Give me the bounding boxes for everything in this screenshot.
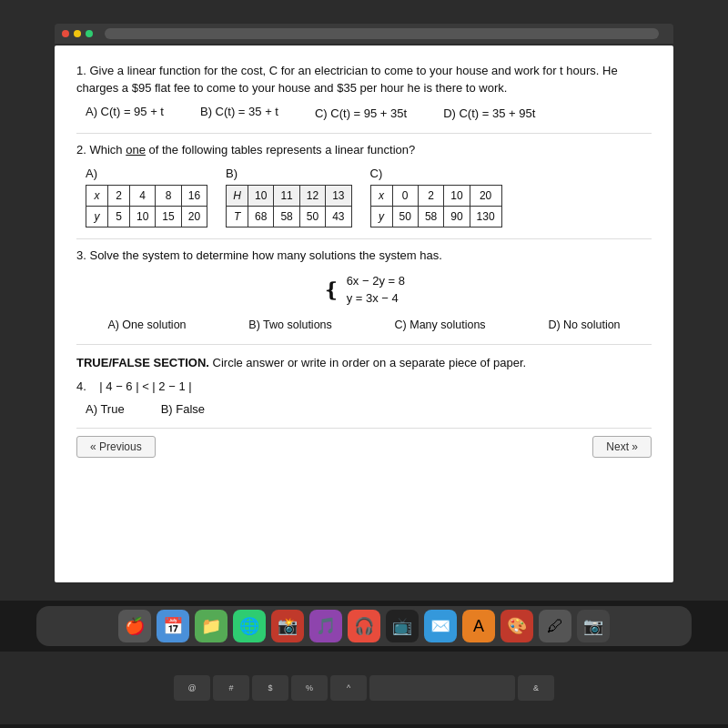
dock-photos[interactable]: 📸 <box>271 610 304 642</box>
q3-option-c[interactable]: C) Many solutions <box>395 317 486 334</box>
keyboard: @ # $ % ^ & <box>0 652 728 724</box>
paper-content: 1. Give a linear function for the cost, … <box>55 46 673 582</box>
dock-art[interactable]: 🎨 <box>500 610 533 642</box>
dock-calendar[interactable]: 📅 <box>157 610 189 642</box>
q4-expression: | 4 − 6 | < | 2 − 1 | <box>99 379 191 393</box>
tf-instruction: Circle answer or write in order on a sep… <box>213 356 527 369</box>
dock-tv[interactable]: 📺 <box>386 610 419 642</box>
tf-title: TRUE/FALSE SECTION. <box>76 356 209 369</box>
nav-bar: « Previous Next » <box>76 428 652 458</box>
key-space[interactable] <box>369 675 515 701</box>
dock-camera[interactable]: 📷 <box>577 610 610 642</box>
url-bar <box>105 28 659 39</box>
key-percent[interactable]: % <box>291 675 328 701</box>
q3-equations: ❴ 6x − 2y = 8 y = 3x − 4 <box>76 272 652 308</box>
q1-option-c[interactable]: C) C(t) = 95 + 35t <box>315 105 407 123</box>
q2-underline: one <box>126 143 146 157</box>
equation-1: 6x − 2y = 8 <box>347 272 405 290</box>
q1-option-d[interactable]: D) C(t) = 35 + 95t <box>443 105 535 123</box>
q3-option-a[interactable]: A) One solution <box>107 317 186 334</box>
table-c-label: C) <box>370 165 502 183</box>
q4-options: A) True B) False <box>86 400 652 419</box>
dock-podcast[interactable]: 🎧 <box>348 610 380 642</box>
dock-browser[interactable]: 🌐 <box>233 610 266 642</box>
q4-option-a[interactable]: A) True <box>86 400 125 419</box>
key-caret[interactable]: ^ <box>330 675 367 701</box>
key-amp[interactable]: & <box>518 675 554 701</box>
minimize-icon[interactable] <box>74 30 81 37</box>
q1-option-a[interactable]: A) C(t) = 95 + t <box>86 103 164 123</box>
question-3: 3. Solve the system to determine how man… <box>76 247 652 333</box>
table-c-container: C) x021020 y505890130 <box>370 165 502 228</box>
divider-1 <box>76 133 652 134</box>
table-a: x24816 y5101520 <box>86 185 207 228</box>
true-false-section: TRUE/FALSE SECTION. Circle answer or wri… <box>76 354 652 419</box>
question-1: 1. Give a linear function for the cost, … <box>76 62 652 123</box>
q3-option-b[interactable]: B) Two solutions <box>248 317 331 334</box>
table-b: H10111213 T68585043 <box>226 185 351 228</box>
q1-options: A) C(t) = 95 + t B) C(t) = 35 + t C) C(t… <box>86 103 652 123</box>
divider-2 <box>76 238 652 239</box>
table-a-container: A) x24816 y5101520 <box>86 165 207 228</box>
dock-a[interactable]: A <box>462 610 495 642</box>
dock-mail[interactable]: ✉️ <box>424 610 457 642</box>
q4-content: 4. | 4 − 6 | < | 2 − 1 | <box>76 378 652 396</box>
dock-files[interactable]: 📁 <box>195 610 228 642</box>
maximize-icon[interactable] <box>86 30 93 37</box>
q4-option-b[interactable]: B) False <box>161 400 205 419</box>
question-2: 2. Which one of the following tables rep… <box>76 141 652 228</box>
divider-3 <box>76 344 652 345</box>
equation-2: y = 3x − 4 <box>347 289 405 308</box>
screen-area: 1. Give a linear function for the cost, … <box>0 0 728 601</box>
q1-text: 1. Give a linear function for the cost, … <box>76 62 652 97</box>
key-dollar[interactable]: $ <box>252 675 288 701</box>
dock-pen[interactable]: 🖊 <box>539 610 571 642</box>
tables-row: A) x24816 y5101520 B) <box>86 165 652 228</box>
q1-option-b[interactable]: B) C(t) = 35 + t <box>200 103 278 123</box>
next-button[interactable]: Next » <box>592 436 652 458</box>
prev-button[interactable]: « Previous <box>76 436 156 458</box>
dock-finder[interactable]: 🍎 <box>118 610 151 642</box>
key-hash[interactable]: # <box>213 675 249 701</box>
table-c: x021020 y505890130 <box>370 185 502 228</box>
equation-brace: ❴ 6x − 2y = 8 y = 3x − 4 <box>323 272 405 308</box>
taskbar: 🍎 📅 📁 🌐 📸 🎵 🎧 📺 ✉️ A 🎨 🖊 📷 @ # $ % ^ & <box>0 601 728 728</box>
dock-music[interactable]: 🎵 <box>309 610 342 642</box>
browser-chrome <box>55 24 673 44</box>
table-a-label: A) <box>86 165 207 183</box>
q3-text: 3. Solve the system to determine how man… <box>76 247 652 265</box>
table-b-label: B) <box>226 165 351 183</box>
key-at[interactable]: @ <box>174 675 210 701</box>
true-false-header: TRUE/FALSE SECTION. Circle answer or wri… <box>76 354 652 372</box>
q2-text: 2. Which one of the following tables rep… <box>76 141 652 159</box>
table-b-container: B) H10111213 T68585043 <box>226 165 351 228</box>
close-icon[interactable] <box>62 30 69 37</box>
dock: 🍎 📅 📁 🌐 📸 🎵 🎧 📺 ✉️ A 🎨 🖊 📷 <box>36 606 692 646</box>
q3-options: A) One solution B) Two solutions C) Many… <box>76 317 652 334</box>
q3-option-d[interactable]: D) No solution <box>548 317 620 334</box>
